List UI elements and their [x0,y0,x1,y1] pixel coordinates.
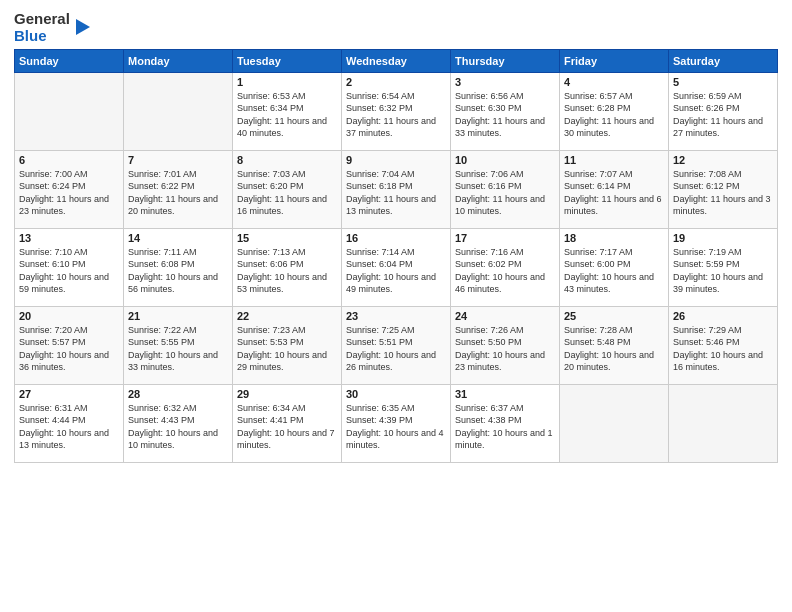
weekday-header-row: SundayMondayTuesdayWednesdayThursdayFrid… [15,49,778,72]
day-info: Sunrise: 6:32 AM Sunset: 4:43 PM Dayligh… [128,402,228,452]
day-number: 10 [455,154,555,166]
day-info: Sunrise: 7:17 AM Sunset: 6:00 PM Dayligh… [564,246,664,296]
day-number: 3 [455,76,555,88]
day-number: 25 [564,310,664,322]
calendar-cell: 22Sunrise: 7:23 AM Sunset: 5:53 PM Dayli… [233,306,342,384]
calendar-cell: 20Sunrise: 7:20 AM Sunset: 5:57 PM Dayli… [15,306,124,384]
day-info: Sunrise: 7:20 AM Sunset: 5:57 PM Dayligh… [19,324,119,374]
day-number: 6 [19,154,119,166]
day-number: 14 [128,232,228,244]
calendar-cell: 31Sunrise: 6:37 AM Sunset: 4:38 PM Dayli… [451,384,560,462]
day-info: Sunrise: 7:23 AM Sunset: 5:53 PM Dayligh… [237,324,337,374]
calendar-cell: 24Sunrise: 7:26 AM Sunset: 5:50 PM Dayli… [451,306,560,384]
logo-arrow-icon [72,17,92,37]
day-number: 9 [346,154,446,166]
day-info: Sunrise: 6:34 AM Sunset: 4:41 PM Dayligh… [237,402,337,452]
logo-blue: Blue [14,27,70,44]
day-number: 4 [564,76,664,88]
day-number: 21 [128,310,228,322]
svg-marker-0 [76,19,90,35]
calendar-cell: 8Sunrise: 7:03 AM Sunset: 6:20 PM Daylig… [233,150,342,228]
day-info: Sunrise: 6:37 AM Sunset: 4:38 PM Dayligh… [455,402,555,452]
day-number: 16 [346,232,446,244]
day-info: Sunrise: 7:14 AM Sunset: 6:04 PM Dayligh… [346,246,446,296]
day-info: Sunrise: 7:11 AM Sunset: 6:08 PM Dayligh… [128,246,228,296]
week-row-1: 1Sunrise: 6:53 AM Sunset: 6:34 PM Daylig… [15,72,778,150]
day-number: 15 [237,232,337,244]
day-info: Sunrise: 7:00 AM Sunset: 6:24 PM Dayligh… [19,168,119,218]
calendar-table: SundayMondayTuesdayWednesdayThursdayFrid… [14,49,778,463]
day-number: 29 [237,388,337,400]
day-number: 1 [237,76,337,88]
calendar-cell [560,384,669,462]
calendar-cell: 11Sunrise: 7:07 AM Sunset: 6:14 PM Dayli… [560,150,669,228]
calendar-cell: 10Sunrise: 7:06 AM Sunset: 6:16 PM Dayli… [451,150,560,228]
day-number: 22 [237,310,337,322]
calendar-cell: 17Sunrise: 7:16 AM Sunset: 6:02 PM Dayli… [451,228,560,306]
day-info: Sunrise: 7:06 AM Sunset: 6:16 PM Dayligh… [455,168,555,218]
day-info: Sunrise: 6:31 AM Sunset: 4:44 PM Dayligh… [19,402,119,452]
day-number: 26 [673,310,773,322]
calendar-cell: 27Sunrise: 6:31 AM Sunset: 4:44 PM Dayli… [15,384,124,462]
day-info: Sunrise: 7:07 AM Sunset: 6:14 PM Dayligh… [564,168,664,218]
calendar-cell: 19Sunrise: 7:19 AM Sunset: 5:59 PM Dayli… [669,228,778,306]
week-row-4: 20Sunrise: 7:20 AM Sunset: 5:57 PM Dayli… [15,306,778,384]
calendar-cell: 18Sunrise: 7:17 AM Sunset: 6:00 PM Dayli… [560,228,669,306]
calendar-cell: 12Sunrise: 7:08 AM Sunset: 6:12 PM Dayli… [669,150,778,228]
day-number: 7 [128,154,228,166]
calendar-cell: 7Sunrise: 7:01 AM Sunset: 6:22 PM Daylig… [124,150,233,228]
weekday-header-monday: Monday [124,49,233,72]
calendar-cell: 9Sunrise: 7:04 AM Sunset: 6:18 PM Daylig… [342,150,451,228]
day-number: 23 [346,310,446,322]
day-number: 12 [673,154,773,166]
calendar-cell: 4Sunrise: 6:57 AM Sunset: 6:28 PM Daylig… [560,72,669,150]
calendar-cell: 21Sunrise: 7:22 AM Sunset: 5:55 PM Dayli… [124,306,233,384]
calendar-cell [15,72,124,150]
day-info: Sunrise: 7:26 AM Sunset: 5:50 PM Dayligh… [455,324,555,374]
day-info: Sunrise: 7:19 AM Sunset: 5:59 PM Dayligh… [673,246,773,296]
calendar-cell: 16Sunrise: 7:14 AM Sunset: 6:04 PM Dayli… [342,228,451,306]
calendar-cell: 25Sunrise: 7:28 AM Sunset: 5:48 PM Dayli… [560,306,669,384]
day-number: 20 [19,310,119,322]
calendar-cell: 13Sunrise: 7:10 AM Sunset: 6:10 PM Dayli… [15,228,124,306]
day-info: Sunrise: 6:57 AM Sunset: 6:28 PM Dayligh… [564,90,664,140]
day-info: Sunrise: 7:10 AM Sunset: 6:10 PM Dayligh… [19,246,119,296]
day-info: Sunrise: 7:25 AM Sunset: 5:51 PM Dayligh… [346,324,446,374]
day-info: Sunrise: 7:13 AM Sunset: 6:06 PM Dayligh… [237,246,337,296]
day-number: 5 [673,76,773,88]
calendar-cell: 6Sunrise: 7:00 AM Sunset: 6:24 PM Daylig… [15,150,124,228]
day-info: Sunrise: 6:54 AM Sunset: 6:32 PM Dayligh… [346,90,446,140]
week-row-2: 6Sunrise: 7:00 AM Sunset: 6:24 PM Daylig… [15,150,778,228]
day-number: 28 [128,388,228,400]
day-info: Sunrise: 7:28 AM Sunset: 5:48 PM Dayligh… [564,324,664,374]
day-number: 8 [237,154,337,166]
calendar-cell [124,72,233,150]
logo: General Blue [14,10,92,45]
calendar-cell [669,384,778,462]
day-info: Sunrise: 7:01 AM Sunset: 6:22 PM Dayligh… [128,168,228,218]
calendar-cell: 29Sunrise: 6:34 AM Sunset: 4:41 PM Dayli… [233,384,342,462]
header: General Blue [14,10,778,45]
calendar-cell: 1Sunrise: 6:53 AM Sunset: 6:34 PM Daylig… [233,72,342,150]
calendar-cell: 5Sunrise: 6:59 AM Sunset: 6:26 PM Daylig… [669,72,778,150]
day-info: Sunrise: 7:04 AM Sunset: 6:18 PM Dayligh… [346,168,446,218]
day-number: 19 [673,232,773,244]
weekday-header-sunday: Sunday [15,49,124,72]
weekday-header-thursday: Thursday [451,49,560,72]
week-row-3: 13Sunrise: 7:10 AM Sunset: 6:10 PM Dayli… [15,228,778,306]
calendar-cell: 28Sunrise: 6:32 AM Sunset: 4:43 PM Dayli… [124,384,233,462]
logo-general: General [14,10,70,27]
day-info: Sunrise: 6:53 AM Sunset: 6:34 PM Dayligh… [237,90,337,140]
calendar-cell: 30Sunrise: 6:35 AM Sunset: 4:39 PM Dayli… [342,384,451,462]
day-info: Sunrise: 7:16 AM Sunset: 6:02 PM Dayligh… [455,246,555,296]
calendar-cell: 2Sunrise: 6:54 AM Sunset: 6:32 PM Daylig… [342,72,451,150]
day-info: Sunrise: 6:35 AM Sunset: 4:39 PM Dayligh… [346,402,446,452]
day-number: 31 [455,388,555,400]
calendar-cell: 14Sunrise: 7:11 AM Sunset: 6:08 PM Dayli… [124,228,233,306]
weekday-header-saturday: Saturday [669,49,778,72]
weekday-header-tuesday: Tuesday [233,49,342,72]
day-info: Sunrise: 7:03 AM Sunset: 6:20 PM Dayligh… [237,168,337,218]
day-number: 2 [346,76,446,88]
day-number: 27 [19,388,119,400]
day-number: 13 [19,232,119,244]
